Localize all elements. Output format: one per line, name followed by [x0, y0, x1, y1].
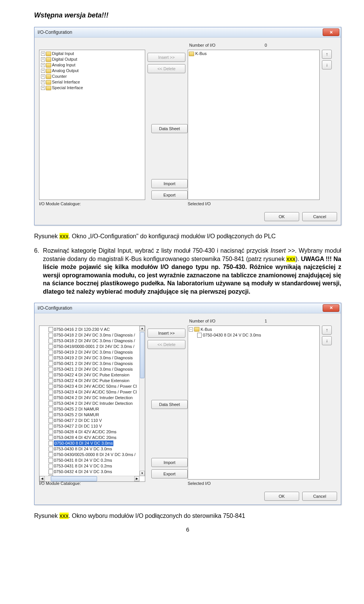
tree-item[interactable]: +Special Interface	[40, 85, 145, 91]
expand-icon[interactable]: +	[41, 63, 45, 67]
folder-icon	[46, 74, 51, 79]
tree-item[interactable]: 0753-0423 4 DI 24V AC/DC 50ms / Power Cl	[40, 389, 145, 395]
selected-tree[interactable]: K-Bus	[188, 50, 320, 200]
expand-icon[interactable]: +	[41, 74, 45, 79]
sel-tree-item[interactable]: 0750-0430 8 DI 24 V DC 3.0ms	[189, 332, 318, 338]
tree-item-label: 0750-0419 2 DI 24V DC 3.0ms / Diagnosis	[54, 349, 133, 355]
export-button[interactable]: Export	[151, 469, 188, 478]
cancel-button[interactable]: Cancel	[302, 492, 337, 501]
selected-io-label: Selected I/O	[188, 201, 320, 206]
close-button[interactable]: ✕	[323, 304, 339, 312]
folder-icon	[189, 52, 194, 56]
tree-item-label: 0753-0419 2 DI 24V DC 3.0ms / Diagnosis	[54, 355, 133, 361]
tree-item-label: Serial Interface	[52, 79, 80, 85]
tree-item[interactable]: 0753-0419 2 DI 24V DC 3.0ms / Diagnosis	[40, 355, 145, 361]
tree-item[interactable]: 0753-0425 2 DI NAMUR	[40, 412, 145, 418]
tree-item-label: 0753-0430 8 DI 24 V DC 3.0ms	[54, 446, 112, 452]
tree-item[interactable]: 0750-0423 4 DI 24V AC/DC 50ms / Power Cl	[40, 384, 145, 389]
tree-item[interactable]: 0750-0419 2 DI 24V DC 3.0ms / Diagnosis	[40, 349, 145, 355]
tree-item[interactable]: +Counter	[40, 74, 145, 79]
tree-item-label: 0750-0418/0000-0001 2 DI 24V DC 3.0ms /	[54, 344, 134, 349]
import-button[interactable]: Import	[151, 179, 188, 188]
tree-item-label: 0753-0418 2 DI 24V DC 3.0ms / Diagnosis …	[54, 338, 135, 344]
scroll-down-icon[interactable]: ▼	[140, 471, 145, 476]
page-number: 6	[34, 526, 341, 533]
expand-icon[interactable]: +	[41, 57, 45, 61]
catalogue-tree[interactable]: +Digital Input+Digital Output+Analog Inp…	[39, 50, 145, 200]
tree-item[interactable]: 0750-0428 4 DI 42V AC/DC 20ms	[40, 429, 145, 435]
scroll-left-icon[interactable]: ◀	[39, 476, 45, 481]
tree-item[interactable]: +Digital Output	[40, 57, 145, 62]
tree-item[interactable]: 0753-0428 4 DI 42V AC/DC 20ms	[40, 435, 145, 440]
selected-tree[interactable]: −K-Bus0750-0430 8 DI 24 V DC 3.0ms	[188, 326, 320, 480]
export-button[interactable]: Export	[151, 190, 188, 200]
tree-item[interactable]: 0750-0425 2 DI NAMUR	[40, 406, 145, 412]
tree-item[interactable]: 0753-0424 2 DI 24V DC Intruder Detection	[40, 401, 145, 406]
document-icon	[49, 452, 53, 457]
io-config-dialog-1: I/O-Configuration ✕ Number of I/O 0 I/O …	[34, 27, 341, 225]
tree-item[interactable]: 0753-0421 2 DI 24V DC 3.0ms / Diagnosis	[40, 366, 145, 372]
tree-item[interactable]: 0750-0427 2 DI DC 110 V	[40, 418, 145, 423]
datasheet-button[interactable]: Data Sheet	[151, 400, 188, 409]
sel-tree-item[interactable]: K-Bus	[189, 51, 318, 57]
sel-tree-root[interactable]: −K-Bus	[189, 327, 318, 332]
insert-button[interactable]: Insert >>	[147, 53, 185, 62]
scrollbar-vertical[interactable]: ▲▼	[139, 326, 145, 476]
import-button[interactable]: Import	[151, 458, 188, 467]
expand-icon[interactable]: +	[41, 86, 45, 90]
insert-button[interactable]: Insert >>	[147, 329, 185, 338]
tree-item-label: Analog Input	[52, 62, 75, 68]
document-icon	[49, 464, 53, 469]
expand-icon[interactable]: +	[41, 80, 45, 84]
document-icon	[49, 458, 53, 463]
document-icon	[49, 395, 53, 400]
expand-icon[interactable]: +	[41, 52, 45, 56]
tree-item-label: 0750-0427 2 DI DC 110 V	[54, 418, 102, 423]
tree-item-label: 0750-0418 2 DI 24V DC 3.0ms / Diagnosis …	[54, 332, 135, 338]
tree-item[interactable]: 0750-0430 8 DI 24 V DC 3.0ms	[40, 440, 145, 446]
tree-item[interactable]: 0753-0427 2 DI DC 110 V	[40, 423, 145, 429]
close-button[interactable]: ✕	[323, 28, 339, 36]
tree-item[interactable]: 0750-0418 2 DI 24V DC 3.0ms / Diagnosis …	[40, 332, 145, 338]
tree-item[interactable]: 0750-0416 2 DI 120-230 V AC	[40, 327, 145, 332]
move-down-button[interactable]: ↓	[322, 60, 332, 69]
tree-item[interactable]: 0750-0421 2 DI 24V DC 3.0ms / Diagnosis	[40, 361, 145, 366]
expand-icon[interactable]: +	[41, 69, 45, 73]
tree-item-label: 0750-0430 8 DI 24 V DC 3.0ms	[54, 440, 113, 446]
move-down-button[interactable]: ↓	[322, 336, 332, 345]
tree-item-label: Digital Output	[52, 57, 77, 62]
tree-item[interactable]: 0750-0418/0000-0001 2 DI 24V DC 3.0ms /	[40, 344, 145, 349]
tree-item[interactable]: 0750-0432 4 DI 24 V DC 3.0ms	[40, 469, 145, 475]
collapse-icon[interactable]: −	[189, 327, 193, 332]
scroll-thumb[interactable]	[140, 332, 144, 378]
close-icon: ✕	[329, 305, 333, 310]
ok-button[interactable]: OK	[264, 492, 299, 501]
scrollbar-horizontal[interactable]: ◀▶	[39, 476, 140, 481]
tree-item[interactable]: +Analog Output	[40, 68, 145, 74]
scroll-thumb[interactable]	[51, 476, 97, 481]
tree-item[interactable]: 0750-0424 2 DI 24V DC Intruder Detection	[40, 395, 145, 401]
tree-item[interactable]: +Digital Input	[40, 51, 145, 57]
tree-item[interactable]: 0753-0431 8 DI 24 V DC 0.2ms	[40, 463, 145, 469]
tree-item[interactable]: 0753-0430 8 DI 24 V DC 3.0ms	[40, 446, 145, 452]
move-up-button[interactable]: ↑	[322, 50, 332, 59]
delete-button[interactable]: << Delete	[147, 64, 185, 73]
tree-item[interactable]: +Serial Interface	[40, 79, 145, 85]
cancel-button[interactable]: Cancel	[302, 212, 337, 221]
move-up-button[interactable]: ↑	[322, 326, 332, 335]
tree-item[interactable]: 0750-0422 4 DI 24V DC Pulse Extension	[40, 372, 145, 378]
tree-item[interactable]: 0750-0431 8 DI 24 V DC 0.2ms	[40, 458, 145, 463]
scroll-right-icon[interactable]: ▶	[134, 476, 140, 481]
tree-item[interactable]: +Analog Input	[40, 62, 145, 68]
delete-button[interactable]: << Delete	[147, 340, 185, 349]
catalogue-tree[interactable]: 0750-0416 2 DI 120-230 V AC0750-0418 2 D…	[39, 326, 145, 482]
tree-item[interactable]: 0753-0418 2 DI 24V DC 3.0ms / Diagnosis …	[40, 338, 145, 344]
number-io-value: 0	[265, 43, 267, 47]
tree-item[interactable]: 0753-0422 4 DI 24V DC Pulse Extension	[40, 378, 145, 384]
scroll-up-icon[interactable]: ▲	[140, 326, 145, 331]
datasheet-button[interactable]: Data Sheet	[151, 124, 188, 133]
tree-item-label: 0753-0424 2 DI 24V DC Intruder Detection	[54, 401, 133, 406]
ok-button[interactable]: OK	[264, 212, 299, 221]
tree-item[interactable]: 0750-0430/0025-0000 8 DI 24 V DC 3.0ms /	[40, 452, 145, 458]
tree-item-label: 0753-0423 4 DI 24V AC/DC 50ms / Power Cl	[54, 389, 137, 395]
